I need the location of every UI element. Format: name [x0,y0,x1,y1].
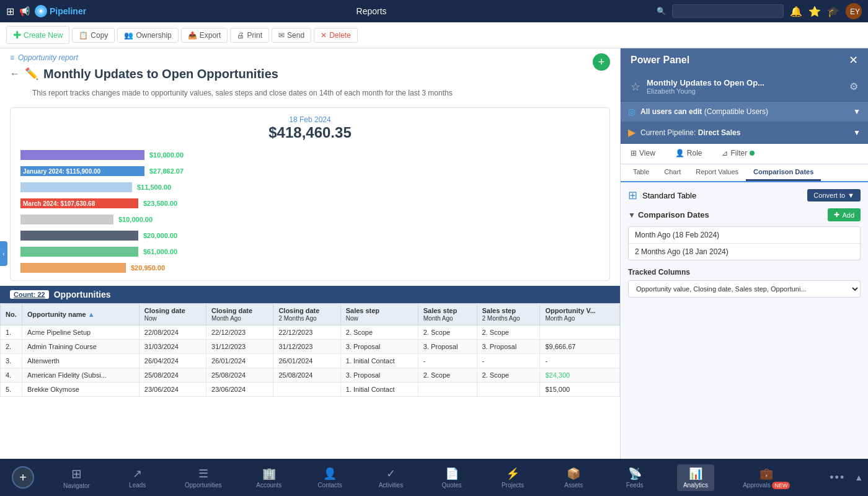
nav-item-approvals[interactable]: 💼 Approvals NEW [738,464,795,491]
comparison-date-item: Month Ago (18 Feb 2024) [629,227,860,244]
gear-button[interactable]: ⚙ [849,81,858,92]
nav-item-projects[interactable]: ⚡ Projects [494,464,531,491]
bottom-navigation: + ⊞ Navigator ↗ Leads ☰ Opportunities 🏢 … [0,459,868,496]
col-step-2: Sales step2 Months Ago [477,304,540,326]
bell-icon[interactable]: 🔔 [790,6,802,17]
cell-step-2: 3. Proposal [477,340,540,354]
col-opportunity-name[interactable]: Opportunity name ▲ [22,304,140,326]
nav-item-feeds[interactable]: 📡 Feeds [616,464,653,491]
cell-step-now: 1. Initial Contact [340,354,418,368]
back-button[interactable]: ← [10,68,20,79]
sharing-dropdown[interactable]: ◎ All users can edit (Compatible Users) … [621,102,868,122]
nav-item-assets[interactable]: 📦 Assets [555,464,592,491]
create-new-button[interactable]: ✚ Create New [6,26,69,44]
cell-step-1 [418,383,477,397]
nav-item-quotes[interactable]: 📄 Quotes [433,464,471,491]
delete-icon: ✕ [321,31,327,40]
table-row: 4. American Fidelity (Subsi... 25/08/202… [1,368,620,383]
new-badge: NEW [772,482,790,489]
collapse-arrow[interactable]: ▼ [628,211,636,219]
analytics-icon: 📊 [689,467,702,480]
add-button-top[interactable]: + [593,53,610,71]
nav-item-analytics[interactable]: 📊 Analytics [677,464,714,491]
table-header: No. Opportunity name ▲ Closing dateNow C… [1,304,620,326]
convert-to-button[interactable]: Convert to ▼ [807,189,861,202]
tracked-columns-select[interactable]: Opportunity value, Closing date, Sales s… [628,280,861,298]
table-header-row: Count: 22 Opportunities [0,286,620,303]
scroll-indicator[interactable]: ▲ [854,472,863,482]
cell-close-1: 22/12/2023 [206,326,273,340]
export-button[interactable]: 📤 Export [181,28,228,43]
cell-step-1: - [418,354,477,368]
sub-tab-chart[interactable]: Chart [657,164,688,181]
star-icon[interactable]: ⭐ [808,6,821,17]
chart-date: 18 Feb 2024 [20,115,600,124]
data-table: No. Opportunity name ▲ Closing dateNow C… [0,303,620,397]
activities-icon: ✓ [386,467,396,480]
nav-item-leads[interactable]: ↗ Leads [119,464,156,491]
cell-close-1: 25/08/2024 [206,368,273,383]
projects-icon: ⚡ [506,467,520,480]
col-closing-1: Closing dateMonth Ago [206,304,273,326]
cell-step-2: - [477,354,540,368]
count-badge[interactable]: Count: 22 [10,290,49,299]
dropdown-arrow-icon: ▼ [853,128,861,137]
nav-item-contacts[interactable]: 👤 Contacts [311,464,348,491]
nav-item-opportunities[interactable]: ☰ Opportunities [180,464,226,491]
accounts-icon: 🏢 [262,467,276,480]
nav-item-accounts[interactable]: 🏢 Accounts [250,464,288,491]
table-grid-icon: ⊞ [628,188,637,202]
panel-close-button[interactable]: ✕ [849,53,858,67]
sub-tab-table[interactable]: Table [626,164,657,181]
ownership-button[interactable]: 👥 Ownership [117,28,178,43]
chart-total: $418,460.35 [20,124,600,141]
panel-title: Power Panel [631,55,689,66]
search-input[interactable] [672,4,784,18]
filter-tab[interactable]: ⊿ Filter [712,144,764,164]
cell-close-1: 31/12/2023 [206,340,273,354]
grid-icon[interactable]: ⊞ [6,6,14,17]
panel-content: ⊞ Standard Table Convert to ▼ ▼ Comparis… [621,182,868,459]
toolbar: ✚ Create New 📋 Copy 👥 Ownership 📤 Export… [0,22,868,48]
send-button[interactable]: ✉ Send [272,28,311,43]
report-header: ← ✏️ Monthly Updates to Open Opportuniti… [0,64,620,86]
comparison-header: ▼ Comparison Dates ✚ Add [628,208,861,221]
nav-item-navigator[interactable]: ⊞ Navigator [58,464,95,492]
sub-tab-comparison-dates[interactable]: Comparison Dates [746,164,821,181]
approvals-icon: 💼 [760,467,773,480]
cell-close-now: 31/03/2024 [139,340,206,354]
col-closing-now: Closing dateNow [139,304,206,326]
panel-report-info: ☆ Monthly Updates to Open Op... Elizabet… [621,72,868,102]
table-row: 2. Admin Training Course 31/03/2024 31/1… [1,340,620,354]
sub-tab-report-values[interactable]: Report Values [688,164,746,181]
breadcrumb-icon: ≡ [10,53,14,62]
avatar[interactable]: EY [846,3,862,19]
add-comparison-button[interactable]: ✚ Add [828,208,861,221]
star-button[interactable]: ☆ [631,80,640,94]
bottom-add-button[interactable]: + [12,466,34,489]
delete-button[interactable]: ✕ Delete [314,28,358,43]
table-row: 1. Acme Pipeline Setup 22/08/2024 22/12/… [1,326,620,340]
cell-no: 1. [1,326,22,340]
print-button[interactable]: 🖨 Print [230,28,269,43]
nav-item-more[interactable]: ••• [819,469,856,487]
panel-header: Power Panel ✕ [621,48,868,72]
pipeline-dropdown[interactable]: ▶ Current Pipeline: Direct Sales ▼ [621,122,868,144]
view-icon: ⊞ [631,149,637,157]
megaphone-icon[interactable]: 📢 [19,6,30,16]
view-tab[interactable]: ⊞ View [621,144,665,164]
role-tab[interactable]: 👤 Role [665,144,712,164]
col-closing-2: Closing date2 Months Ago [273,304,340,326]
report-subtitle: This report tracks changes made to oppor… [0,89,620,102]
breadcrumb: ≡ Opportunity report [0,48,620,64]
cell-val: $15,000 [540,383,620,397]
cell-step-now: 3. Proposal [340,340,418,354]
copy-button[interactable]: 📋 Copy [72,28,115,43]
cell-close-2: 31/12/2023 [273,340,340,354]
side-handle[interactable]: ‹ [0,241,7,266]
help-icon[interactable]: 🎓 [827,6,839,17]
cell-val: $24,300 [540,368,620,383]
cell-close-2: 22/12/2023 [273,326,340,340]
nav-item-activities[interactable]: ✓ Activities [372,464,409,491]
col-step-1: Sales stepMonth Ago [418,304,477,326]
